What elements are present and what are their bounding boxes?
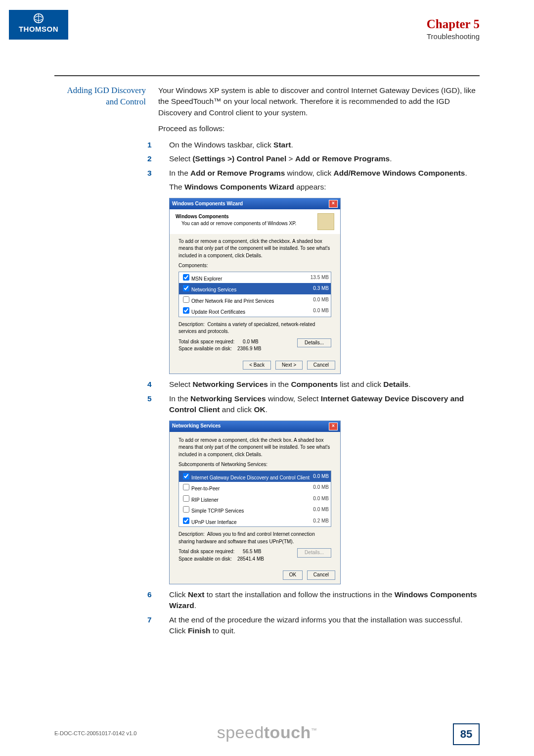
wizard1-explain: To add or remove a component, click the …	[178, 238, 331, 260]
wizard1-subheading: You can add or remove components of Wind…	[181, 220, 296, 228]
document-id: E-DOC-CTC-20051017-0142 v1.0	[54, 730, 136, 736]
wizard2-titlebar: Networking Services ×	[170, 421, 340, 432]
step-3-after: The Windows Components Wizard appears:	[158, 182, 480, 192]
wizard2-explain: To add or remove a component, click the …	[178, 437, 331, 459]
checkbox-icon[interactable]	[183, 274, 189, 281]
chapter-subtitle: Troubleshooting	[54, 32, 480, 41]
list-item[interactable]: MSN Explorer13.5 MB	[179, 272, 331, 284]
wizard1-titlebar: Windows Components Wizard ×	[170, 198, 340, 209]
list-item[interactable]: Peer-to-Peer0.0 MB	[179, 482, 331, 493]
chapter-title: Chapter 5	[54, 17, 480, 31]
details-button-disabled: Details...	[297, 548, 331, 558]
step-1: 1On the Windows taskbar, click Start.	[158, 140, 480, 150]
brand-name: THOMSON	[9, 25, 68, 33]
step-6: 6Click Next to start the installation an…	[158, 589, 480, 612]
wizard1-heading: Windows Components	[176, 213, 296, 221]
section-heading: Adding IGD Discovery and Control	[54, 85, 158, 637]
thomson-globe-icon	[33, 13, 44, 24]
wizard1-description: Description: Contains a variety of speci…	[178, 321, 331, 335]
list-item[interactable]: RIP Listener0.0 MB	[179, 493, 331, 505]
subcomponents-list[interactable]: Internet Gateway Device Discovery and Co…	[178, 471, 331, 527]
list-item[interactable]: Update Root Certificates0.0 MB	[179, 305, 331, 317]
cancel-button[interactable]: Cancel	[307, 570, 335, 580]
brand-logo-tab: THOMSON	[9, 10, 68, 40]
list-item-selected[interactable]: Networking Services0.3 MB	[179, 283, 331, 294]
components-label: Components:	[178, 262, 331, 270]
close-icon[interactable]: ×	[329, 423, 338, 430]
checkbox-icon[interactable]	[183, 518, 189, 524]
step-2: 2Select (Settings >) Control Panel > Add…	[158, 153, 480, 164]
step-7: 7At the end of the procedure the wizard …	[158, 614, 480, 637]
networking-services-dialog: Networking Services × To add or remove a…	[169, 421, 341, 584]
checkbox-icon[interactable]	[183, 285, 189, 291]
wizard-header-icon	[317, 213, 334, 230]
cancel-button[interactable]: Cancel	[307, 361, 335, 370]
wizard1-title: Windows Components Wizard	[172, 200, 243, 208]
step-5: 5In the Networking Services window, Sele…	[158, 393, 480, 416]
checkbox-icon[interactable]	[183, 307, 189, 314]
close-icon[interactable]: ×	[329, 200, 338, 208]
wizard2-description: Description: Allows you to find and cont…	[178, 531, 331, 545]
proceed-label: Proceed as follows:	[158, 123, 480, 134]
list-item[interactable]: Other Network File and Print Services0.0…	[179, 294, 331, 306]
wizard2-title: Networking Services	[172, 423, 221, 430]
subcomponents-label: Subcomponents of Networking Services:	[178, 461, 331, 469]
back-button[interactable]: < Back	[243, 361, 271, 370]
speedtouch-logo: speedtouch™	[217, 723, 317, 742]
windows-components-wizard: Windows Components Wizard × Windows Comp…	[169, 198, 341, 375]
ok-button[interactable]: OK	[283, 570, 303, 580]
page-number: 85	[453, 723, 480, 745]
list-item[interactable]: UPnP User Interface0.2 MB	[179, 516, 331, 527]
wizard2-button-row: OK Cancel	[170, 567, 340, 584]
list-item-selected[interactable]: Internet Gateway Device Discovery and Co…	[179, 471, 331, 482]
next-button[interactable]: Next >	[275, 361, 303, 370]
checkbox-icon[interactable]	[183, 473, 189, 479]
list-item[interactable]: Simple TCP/IP Services0.0 MB	[179, 504, 331, 516]
section-rule	[54, 75, 480, 76]
checkbox-icon[interactable]	[183, 506, 189, 513]
section-body: Your Windows XP system is able to discov…	[158, 85, 480, 637]
components-list[interactable]: MSN Explorer13.5 MB Networking Services0…	[178, 272, 331, 317]
step-4: 4Select Networking Services in the Compo…	[158, 379, 480, 390]
checkbox-icon[interactable]	[183, 296, 189, 303]
details-button[interactable]: Details...	[297, 338, 331, 348]
checkbox-icon[interactable]	[183, 495, 189, 502]
step-3: 3In the Add or Remove Programs window, c…	[158, 168, 480, 179]
checkbox-icon[interactable]	[183, 484, 189, 490]
wizard1-button-row: < Back Next > Cancel	[170, 358, 340, 374]
intro-paragraph: Your Windows XP system is able to discov…	[158, 85, 480, 118]
